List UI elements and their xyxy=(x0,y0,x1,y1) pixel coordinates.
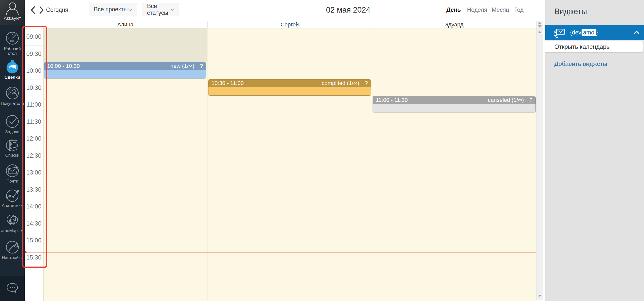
analytics-icon xyxy=(5,188,19,202)
project-filter-dropdown[interactable]: Все проекты xyxy=(89,3,137,16)
time-label: 13:00 xyxy=(25,164,43,181)
calendar-header-row: Алина Сергей Эдуард xyxy=(25,21,536,28)
mail-icon xyxy=(5,164,19,178)
sidebar-item-customers[interactable]: Покупатели xyxy=(0,86,25,106)
dashboard-icon xyxy=(5,31,19,45)
event-time-range: 10:30 - 11:00 xyxy=(211,80,244,87)
widget-name: {devamo} xyxy=(570,29,598,36)
status-filter-value: Все статусы xyxy=(147,3,171,16)
event-help-icon[interactable]: ? xyxy=(200,63,203,69)
widgets-panel: Виджеты {devamo} Открыть календарь Добав… xyxy=(545,0,644,301)
lists-icon xyxy=(5,138,19,152)
time-label: 09:30 xyxy=(25,46,43,63)
current-time-line xyxy=(24,252,536,252)
scroll-up-icon[interactable] xyxy=(538,22,542,24)
event-help-icon[interactable]: ? xyxy=(365,80,368,87)
event-time-range: 10:00 - 10:30 xyxy=(47,63,80,69)
sidebar-item-label: amoМаркет xyxy=(0,228,25,233)
sidebar-item-lists[interactable]: Списки xyxy=(0,138,25,158)
column-header-alina: Алина xyxy=(43,21,208,28)
time-label: 10:00 xyxy=(25,62,43,79)
scroll-down-icon[interactable] xyxy=(538,25,542,28)
sidebar-item-amomarket[interactable]: amoМаркет xyxy=(0,213,25,233)
add-widgets-link[interactable]: Добавить виджеты xyxy=(554,60,607,67)
time-label: 10:30 xyxy=(25,79,43,97)
event-status: new xyxy=(170,63,181,69)
time-label: 12:30 xyxy=(25,147,43,164)
leads-icon xyxy=(5,60,19,74)
support-chat-section xyxy=(0,276,25,301)
next-day-button[interactable] xyxy=(39,6,46,15)
tab-view-year[interactable]: Год xyxy=(514,7,524,13)
time-axis-column: 09:00 09:30 10:00 10:30 11:00 11:30 12:0… xyxy=(25,28,43,301)
widgets-panel-title: Виджеты xyxy=(554,7,587,16)
open-calendar-button[interactable]: Открыть календарь xyxy=(545,41,643,52)
scroll-up-icon[interactable] xyxy=(538,31,542,33)
devamo-widget-header[interactable]: {devamo} xyxy=(545,25,644,40)
widget-name-highlight: amo xyxy=(582,29,596,36)
event-complited[interactable]: 10:30 - 11:00 complited (1/∞) ? xyxy=(208,79,371,96)
chevron-up-icon[interactable] xyxy=(634,31,639,36)
account-label: Аккаунт xyxy=(0,16,25,21)
event-help-icon[interactable]: ? xyxy=(529,97,532,103)
time-label-empty xyxy=(25,266,43,283)
tab-view-day[interactable]: День xyxy=(446,7,461,13)
status-filter-dropdown[interactable]: Все статусы xyxy=(142,3,179,16)
day-column-eduard[interactable] xyxy=(372,28,536,301)
sidebar-item-label: Сделки xyxy=(0,75,25,80)
sidebar-item-label: Списки xyxy=(0,153,25,158)
tab-view-week[interactable]: Неделя xyxy=(467,7,487,13)
event-status: canseled xyxy=(488,97,510,103)
time-label: 14:30 xyxy=(25,215,43,232)
event-status: complited xyxy=(322,80,345,87)
time-label: 09:00 xyxy=(25,28,43,46)
sidebar-item-analytics[interactable]: Аналитика xyxy=(0,188,25,208)
time-label: 15:30 xyxy=(25,249,43,266)
sidebar-item-label: Покупатели xyxy=(0,101,25,106)
column-header-eduard: Эдуард xyxy=(372,21,536,28)
scroll-down-icon[interactable] xyxy=(538,295,542,297)
column-header-sergey: Сергей xyxy=(208,21,372,28)
time-label: 11:30 xyxy=(25,113,43,131)
sidebar-item-settings[interactable]: Настройки xyxy=(0,240,25,260)
non-working-hours-shading xyxy=(44,28,207,62)
event-new[interactable]: 10:00 - 10:30 new (1/∞) ? xyxy=(44,62,206,78)
sidebar-item-leads[interactable]: Сделки xyxy=(0,60,25,80)
event-counter: (1/∞) xyxy=(347,80,359,87)
time-label-empty xyxy=(25,283,43,300)
time-label: 13:30 xyxy=(25,181,43,198)
sidebar-item-tasks[interactable]: Задачи xyxy=(0,114,25,134)
customers-icon xyxy=(5,86,19,100)
sidebar-item-mail[interactable]: Почта xyxy=(0,164,25,184)
sidebar-item-label: Задачи xyxy=(0,130,25,134)
sidebar-item-label: Рабочий стол xyxy=(0,46,25,56)
calendar-grid: 10:00 - 10:30 new (1/∞) ? 10:30 - 11:00 … xyxy=(43,28,536,301)
time-label: 15:00 xyxy=(25,232,43,249)
chat-bubble-icon[interactable] xyxy=(6,282,19,294)
settings-icon xyxy=(5,240,19,254)
user-silhouette-icon xyxy=(5,1,20,16)
sidebar-item-label: Аналитика xyxy=(0,203,25,208)
tasks-icon xyxy=(5,114,19,128)
app-sidebar: Аккаунт Рабочий стол Сделки xyxy=(0,0,25,301)
calendar-toolbar: Сегодня Все проекты Все статусы 02 мая 2… xyxy=(25,0,536,21)
time-label: 14:00 xyxy=(25,198,43,215)
event-counter: (1/∞) xyxy=(182,63,194,69)
project-filter-value: Все проекты xyxy=(94,6,128,13)
time-label: 11:00 xyxy=(25,96,43,113)
app-window: Аккаунт Рабочий стол Сделки xyxy=(0,0,644,301)
event-canseled[interactable]: 11:00 - 11:30 canseled (1/∞) ? xyxy=(373,96,536,112)
sidebar-item-dashboard[interactable]: Рабочий стол xyxy=(0,31,25,56)
phone-mail-icon xyxy=(553,27,566,38)
tab-view-month[interactable]: Месяц xyxy=(492,7,509,13)
event-time-range: 11:00 - 11:30 xyxy=(376,97,408,103)
header-corner-cell xyxy=(25,21,43,28)
prev-day-button[interactable] xyxy=(30,6,38,15)
calendar-scrollbar[interactable] xyxy=(536,21,543,300)
day-column-sergey[interactable] xyxy=(207,28,372,301)
amomarket-icon xyxy=(5,213,19,227)
header-scroll-section xyxy=(536,21,543,28)
today-button[interactable]: Сегодня xyxy=(46,7,68,13)
current-date-title: 02 мая 2024 xyxy=(292,6,405,15)
account-avatar[interactable]: Аккаунт xyxy=(0,0,25,25)
